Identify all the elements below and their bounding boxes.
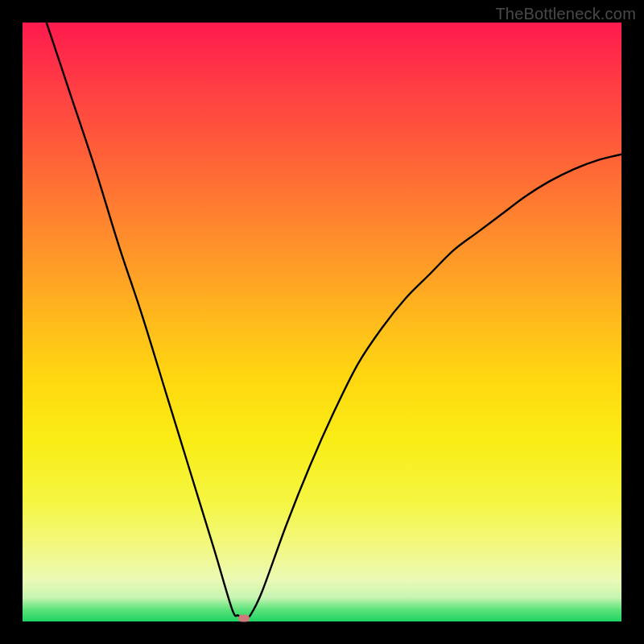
min-marker (238, 615, 250, 622)
plot-area (23, 23, 621, 621)
watermark-text: TheBottleneck.com (495, 5, 636, 23)
curve-line (23, 23, 621, 621)
